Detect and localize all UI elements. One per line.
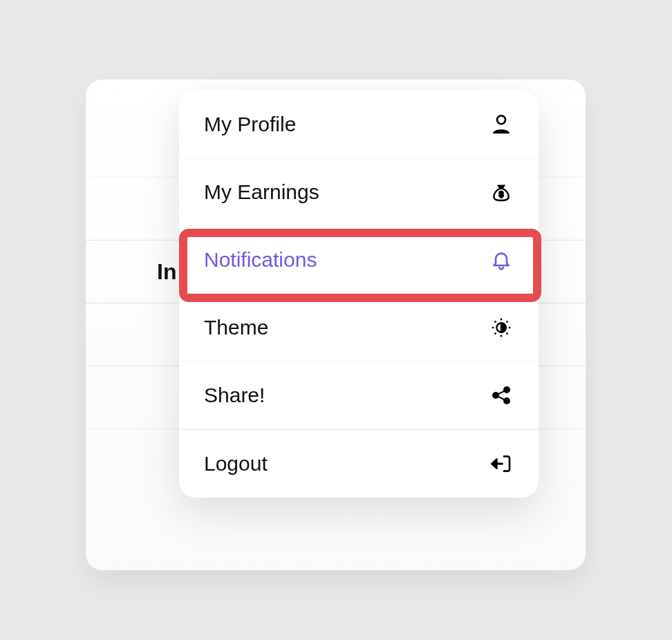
contrast-icon: [489, 315, 514, 340]
svg-line-10: [507, 321, 508, 322]
svg-point-0: [497, 115, 505, 124]
menu-item-label: Share!: [204, 384, 489, 407]
menu-item-my-earnings[interactable]: My Earnings $: [179, 158, 539, 226]
menu-item-share[interactable]: Share!: [179, 361, 539, 429]
menu-item-label: Notifications: [204, 248, 489, 272]
svg-point-12: [504, 387, 510, 393]
logout-icon: [489, 451, 514, 476]
menu-item-my-profile[interactable]: My Profile: [179, 91, 539, 158]
svg-line-8: [507, 332, 508, 334]
user-icon: [489, 112, 514, 137]
share-icon: [489, 383, 514, 408]
svg-line-15: [498, 396, 504, 399]
menu-item-logout[interactable]: Logout: [179, 430, 539, 498]
svg-point-13: [504, 398, 510, 404]
bg-row-label: In: [157, 259, 176, 285]
menu-item-label: My Earnings: [204, 180, 489, 204]
money-bag-icon: $: [489, 180, 514, 205]
menu-item-theme[interactable]: Theme: [179, 294, 539, 361]
svg-line-14: [498, 390, 504, 394]
bell-icon: [489, 247, 514, 272]
menu-item-label: Logout: [204, 452, 489, 476]
menu-item-label: Theme: [204, 316, 489, 339]
menu-item-notifications[interactable]: Notifications: [179, 226, 539, 294]
svg-text:$: $: [499, 190, 503, 198]
svg-line-7: [495, 321, 496, 322]
svg-line-9: [495, 332, 496, 334]
menu-item-label: My Profile: [204, 113, 489, 136]
dropdown-menu: My Profile My Earnings $ Notifications: [179, 91, 539, 498]
svg-point-11: [493, 393, 498, 398]
